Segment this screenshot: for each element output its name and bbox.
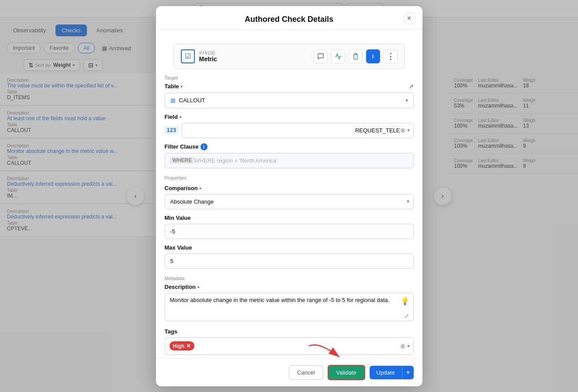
filter-clause-label: Filter Clause i bbox=[165, 143, 414, 150]
cancel-button[interactable]: Cancel bbox=[289, 365, 323, 380]
tags-label: Tags bbox=[165, 328, 414, 335]
field-chevron-icon[interactable]: ▾ bbox=[407, 127, 410, 133]
table-select-wrapper: ⊞ CALLOUT ▾ bbox=[165, 93, 414, 108]
update-button[interactable]: Update bbox=[370, 366, 402, 379]
description-wrapper: Monitor absolute change in the metric va… bbox=[165, 293, 414, 323]
check-type: Metric bbox=[199, 56, 217, 62]
modal-title: Authored Check Details bbox=[245, 15, 333, 24]
table-required: • bbox=[181, 83, 183, 90]
field-input[interactable] bbox=[182, 123, 352, 138]
modal-backdrop: Authored Check Details × ☑ #74100 Metric bbox=[0, 0, 578, 392]
update-chevron-icon: ▾ bbox=[407, 369, 409, 375]
check-id: #74100 bbox=[199, 50, 217, 56]
expand-icon[interactable]: ↗ bbox=[408, 83, 414, 90]
tags-clear-icon[interactable]: ⊗ bbox=[400, 343, 405, 350]
field-label: Field • bbox=[165, 114, 414, 120]
tag-label: High bbox=[173, 343, 185, 349]
table-value: CALLOUT bbox=[179, 97, 405, 104]
modal-footer: Cancel Validate Update ▾ bbox=[156, 358, 422, 386]
filter-input[interactable] bbox=[165, 153, 414, 168]
field-input-icons: ⊗ ▾ bbox=[400, 127, 413, 134]
properties-section: Properties Comparison • Absolute Change … bbox=[165, 175, 414, 269]
filter-prefix: WHERE bbox=[170, 157, 195, 164]
expand-textarea-icon[interactable]: ⤢ bbox=[404, 312, 409, 319]
tag-chip-high[interactable]: High ✕ bbox=[170, 341, 195, 350]
field-value-text: REQUEST_TELE bbox=[352, 123, 400, 138]
properties-label: Properties bbox=[165, 175, 414, 180]
tag-remove-icon[interactable]: ✕ bbox=[186, 343, 191, 349]
more-options-icon-btn[interactable]: ⋮ bbox=[384, 49, 398, 63]
comparison-label: Comparison • bbox=[165, 185, 414, 191]
field-row: 123 REQUEST_TELE ⊗ ▾ bbox=[165, 123, 414, 138]
update-dropdown-button[interactable]: ▾ bbox=[402, 366, 414, 379]
clipboard-icon-btn[interactable] bbox=[349, 49, 363, 63]
target-section-label: Target bbox=[165, 75, 414, 80]
target-section: Target Table • ↗ ⊞ CALLOUT ▾ Field bbox=[165, 75, 414, 168]
table-chevron-icon: ▾ bbox=[405, 97, 408, 104]
close-button[interactable]: × bbox=[403, 12, 415, 24]
min-value-label: Min Value bbox=[165, 215, 414, 221]
field-required: • bbox=[180, 114, 182, 120]
update-button-group: Update ▾ bbox=[370, 366, 414, 379]
comparison-select[interactable]: Absolute Change bbox=[165, 194, 414, 209]
filter-input-wrapper: WHERE WHERE region = 'North America' bbox=[165, 153, 414, 168]
check-info-left: ☑ #74100 Metric bbox=[181, 49, 217, 63]
modal-body: ☑ #74100 Metric bbox=[156, 30, 422, 358]
field-type-icon: 123 bbox=[165, 126, 179, 134]
close-icon: × bbox=[407, 14, 411, 22]
comparison-select-wrapper: Absolute Change ▾ bbox=[165, 194, 414, 209]
lightbulb-icon[interactable]: 💡 bbox=[401, 297, 409, 305]
more-icon: ⋮ bbox=[387, 52, 395, 61]
tags-chevron-icon[interactable]: ▾ bbox=[407, 343, 410, 349]
check-header-card: ☑ #74100 Metric bbox=[173, 44, 405, 69]
description-textarea[interactable] bbox=[165, 293, 414, 321]
min-value-input[interactable] bbox=[165, 224, 414, 239]
comparison-required: • bbox=[199, 185, 201, 191]
modal: Authored Check Details × ☑ #74100 Metric bbox=[156, 6, 422, 386]
tags-wrapper[interactable]: High ✕ ⊗ ▾ bbox=[165, 337, 414, 355]
table-field-label: Table • ↗ bbox=[165, 83, 414, 90]
table-select[interactable]: ⊞ CALLOUT ▾ bbox=[165, 93, 414, 108]
description-label: Description • bbox=[165, 284, 414, 290]
max-value-input[interactable] bbox=[165, 253, 414, 269]
field-input-wrapper: REQUEST_TELE ⊗ ▾ bbox=[182, 123, 413, 138]
max-value-label: Max Value bbox=[165, 244, 414, 251]
validate-button[interactable]: Validate bbox=[328, 365, 365, 380]
field-clear-icon[interactable]: ⊗ bbox=[400, 127, 405, 134]
chart-icon-btn[interactable] bbox=[331, 49, 345, 63]
table-grid-icon: ⊞ bbox=[170, 97, 176, 104]
description-required: • bbox=[197, 284, 200, 290]
metadata-section-label: Metadata bbox=[165, 276, 414, 281]
info-icon-btn[interactable]: i bbox=[366, 49, 380, 63]
check-header-actions: i ⋮ bbox=[314, 49, 398, 63]
info-i-icon: i bbox=[372, 53, 374, 59]
message-icon-btn[interactable] bbox=[314, 49, 328, 63]
tags-right-icons: ⊗ ▾ bbox=[400, 343, 410, 350]
check-identity: #74100 Metric bbox=[199, 50, 217, 62]
metadata-section: Metadata Description • Monitor absolute … bbox=[165, 276, 414, 358]
check-square-icon: ☑ bbox=[181, 49, 195, 63]
filter-info-icon[interactable]: i bbox=[201, 143, 208, 150]
modal-header: Authored Check Details × bbox=[156, 6, 422, 30]
